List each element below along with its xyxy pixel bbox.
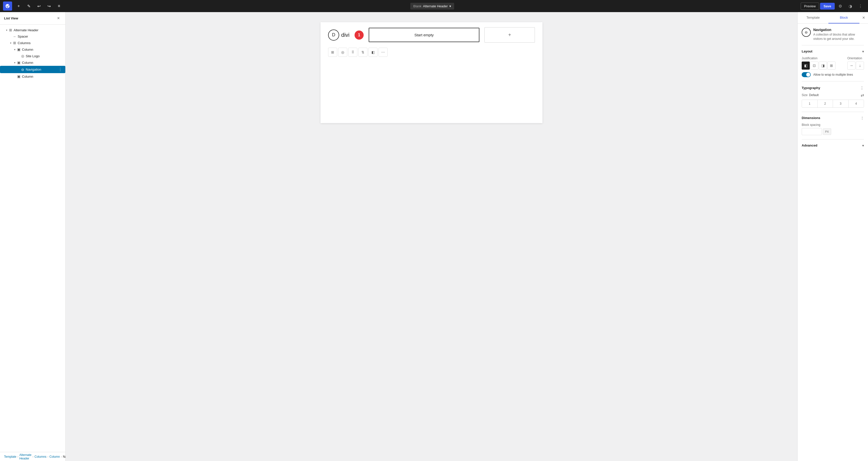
justify-space-between-button[interactable]: ⊞ xyxy=(828,62,835,70)
canvas-tool-align[interactable]: ◧ xyxy=(368,48,377,57)
column-icon: ▣ xyxy=(17,48,21,52)
tree-list: ⊞ Alternate Header ↔ Spacer ⊞ Columns ▣ … xyxy=(0,25,65,452)
size-scale-2[interactable]: 2 xyxy=(817,100,833,107)
more-icon[interactable]: ⋮ xyxy=(57,67,63,72)
breadcrumb-sep: › xyxy=(18,455,19,459)
tab-block[interactable]: Block xyxy=(829,12,859,24)
advanced-chevron-icon: ▾ xyxy=(862,144,864,148)
canvas-tool-target[interactable]: ◎ xyxy=(338,48,347,57)
sidebar-item-label: Site Logo xyxy=(26,54,63,58)
breadcrumb-alternate-header[interactable]: Alternate Header xyxy=(20,453,32,460)
dimensions-section-title: Dimensions xyxy=(802,116,820,120)
theme-toggle-button[interactable]: ◑ xyxy=(846,1,855,10)
section-divider-3 xyxy=(802,139,864,140)
sidebar-close-button[interactable]: × xyxy=(56,15,61,22)
justification-buttons: ◧ ⊡ ◨ ⊞ xyxy=(802,62,835,70)
sidebar-item-label: Column xyxy=(22,75,63,79)
size-row: Size Default ⇄ xyxy=(802,93,864,98)
canvas-tool-more[interactable]: ⋯ xyxy=(378,48,388,57)
orientation-group: Orientation → ↓ xyxy=(847,57,864,70)
top-toolbar: + ✎ ↩ ↪ ≡ Blank Alternate Header ▾ Previ… xyxy=(0,0,868,12)
layout-section-header[interactable]: Layout ▾ xyxy=(802,50,864,54)
layout-section: Layout ▾ Justification ◧ ⊡ ◨ ⊞ xyxy=(802,50,864,77)
justification-label: Justification xyxy=(802,57,835,60)
list-view-button[interactable]: ≡ xyxy=(55,1,64,10)
breadcrumb-template[interactable]: Template xyxy=(4,455,17,459)
sidebar-item-columns[interactable]: ⊞ Columns xyxy=(0,39,65,46)
sidebar-item-alternate-header[interactable]: ⊞ Alternate Header xyxy=(0,27,65,33)
canvas-tool-grid[interactable]: ⠿ xyxy=(348,48,357,57)
add-block-button[interactable]: + xyxy=(14,1,23,10)
wp-logo[interactable] xyxy=(3,1,12,10)
sidebar-item-label: Spacer xyxy=(18,35,63,38)
right-panel: Template Block × ⊖ Navigation A collecti… xyxy=(797,12,868,461)
breadcrumb-columns[interactable]: Columns xyxy=(35,455,46,459)
justify-left-button[interactable]: ◧ xyxy=(802,62,810,70)
canvas-content: D divi 1 Start empty + xyxy=(66,12,797,461)
size-scale-1[interactable]: 1 xyxy=(802,100,817,107)
preview-button[interactable]: Preview xyxy=(801,2,819,10)
nav-block-title: Navigation xyxy=(813,28,864,32)
size-scale-4[interactable]: 4 xyxy=(848,100,864,107)
canvas-tool-arrows[interactable]: ⇅ xyxy=(358,48,367,57)
justification-row: Justification ◧ ⊡ ◨ ⊞ Orientation → ↓ xyxy=(802,57,864,70)
canvas-frame: D divi 1 Start empty + xyxy=(320,22,542,123)
orient-horizontal-button[interactable]: → xyxy=(847,62,856,70)
more-options-button[interactable]: ⋮ xyxy=(856,1,865,10)
title-text: Alternate Header xyxy=(423,4,447,8)
dimensions-section-header[interactable]: Dimensions ⋮ xyxy=(802,116,864,120)
typography-section-title: Typography xyxy=(802,86,820,90)
document-title-pill[interactable]: Blank Alternate Header ▾ xyxy=(410,3,454,9)
columns-icon: ⊞ xyxy=(13,41,16,45)
block-spacing-input[interactable] xyxy=(802,128,822,135)
redo-button[interactable]: ↪ xyxy=(44,1,54,10)
canvas-tool-layout[interactable]: ⊞ xyxy=(328,48,337,57)
add-block-area[interactable]: + xyxy=(485,27,535,42)
edit-button[interactable]: ✎ xyxy=(24,1,33,10)
column-icon: ▣ xyxy=(17,61,21,65)
wrap-toggle-label: Allow to wrap to multiple lines xyxy=(813,73,853,76)
right-panel-close-button[interactable]: × xyxy=(860,12,868,23)
spacer-icon: ↔ xyxy=(13,35,16,38)
sidebar-item-spacer[interactable]: ↔ Spacer xyxy=(0,33,65,39)
advanced-section-header[interactable]: Advanced ▾ xyxy=(802,144,864,148)
divi-logo-text: divi xyxy=(341,32,349,38)
canvas-badge: 1 xyxy=(354,31,364,39)
start-empty-block[interactable]: Start empty xyxy=(369,28,479,42)
main-layout: List View × ⊞ Alternate Header ↔ Spacer … xyxy=(0,12,868,461)
size-reset-icon[interactable]: ⇄ xyxy=(861,93,864,98)
spacing-unit: PX xyxy=(823,128,831,135)
orient-vertical-button[interactable]: ↓ xyxy=(856,62,864,70)
breadcrumb-column[interactable]: Column xyxy=(50,455,60,459)
layout-chevron-icon: ▾ xyxy=(862,50,864,54)
divi-logo-letter: D xyxy=(332,32,335,38)
nav-block-description: A collection of blocks that allow visito… xyxy=(813,33,864,41)
tab-template[interactable]: Template xyxy=(798,12,829,24)
sidebar-item-label: Columns xyxy=(18,41,63,45)
save-button[interactable]: Save xyxy=(820,3,835,9)
badge-number: 1 xyxy=(358,33,360,37)
dimensions-more-icon[interactable]: ⋮ xyxy=(861,116,864,120)
advanced-section-title: Advanced xyxy=(802,144,817,147)
chevron-down-icon: ▾ xyxy=(450,4,451,8)
typography-section-header[interactable]: Typography ⋮ xyxy=(802,86,864,90)
toolbar-center: Blank Alternate Header ▾ xyxy=(65,3,800,9)
spacing-input-row: PX xyxy=(802,128,864,135)
size-scale-3[interactable]: 3 xyxy=(833,100,848,107)
sidebar-item-navigation[interactable]: ⊖ Navigation ⋮ xyxy=(0,66,65,73)
divi-logo-circle: D xyxy=(328,30,339,40)
sidebar-item-column-3[interactable]: ▣ Column xyxy=(0,73,65,80)
sidebar-item-column-1[interactable]: ▣ Column xyxy=(0,46,65,53)
sidebar-item-site-logo[interactable]: ◎ Site Logo xyxy=(0,53,65,59)
orientation-buttons: → ↓ xyxy=(847,62,864,70)
left-sidebar: List View × ⊞ Alternate Header ↔ Spacer … xyxy=(0,12,66,461)
justify-center-button[interactable]: ⊡ xyxy=(810,62,818,70)
sidebar-item-column-2[interactable]: ▣ Column xyxy=(0,59,65,66)
settings-button[interactable]: ⚙ xyxy=(836,1,845,10)
size-value: Default xyxy=(809,93,818,97)
undo-button[interactable]: ↩ xyxy=(34,1,43,10)
typography-more-icon[interactable]: ⋮ xyxy=(860,86,864,90)
justify-right-button[interactable]: ◨ xyxy=(819,62,827,70)
wrap-toggle[interactable] xyxy=(802,72,811,77)
justification-group: Justification ◧ ⊡ ◨ ⊞ xyxy=(802,57,835,70)
